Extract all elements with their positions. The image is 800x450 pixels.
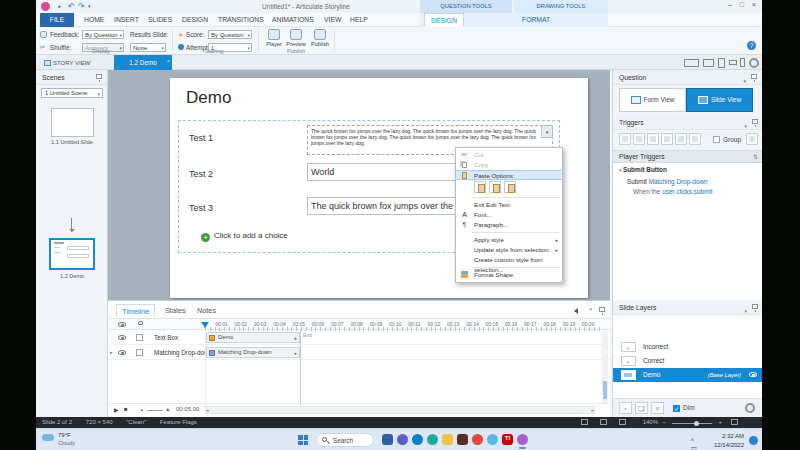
zoom-in-timeline-icon[interactable]: ▲ — [165, 406, 170, 412]
redo-icon[interactable]: ↷ — [78, 2, 85, 11]
trigger-item[interactable]: Submit Matching Drop-down — [627, 178, 708, 185]
menu-item-apply-style[interactable]: Apply style▸ — [456, 235, 562, 245]
timeline-vertical-scrollbar[interactable] — [602, 331, 608, 403]
timeline-row-matching[interactable]: ▸ Matching Drop-down Matching Drop-down▸ — [108, 345, 610, 360]
trigger-condition[interactable]: When the user clicks submit — [633, 188, 713, 195]
start-button[interactable] — [298, 435, 308, 445]
menu-item-paste-options[interactable]: Paste Options: — [456, 170, 562, 180]
pin-icon[interactable] — [752, 119, 758, 124]
tab-states[interactable]: States — [160, 304, 191, 317]
tab-animations[interactable]: ANIMATIONS — [268, 13, 318, 27]
delete-layer-icon[interactable]: ▿ — [651, 402, 664, 414]
tab-insert[interactable]: INSERT — [110, 13, 143, 27]
browser-icon[interactable] — [427, 434, 438, 445]
audio-icon[interactable] — [571, 308, 578, 314]
lock-checkbox[interactable] — [136, 334, 143, 341]
help-icon[interactable]: ? — [747, 41, 756, 50]
zoom-out-icon[interactable]: − — [662, 417, 666, 428]
choice-label[interactable]: Test 1 — [189, 133, 213, 143]
menu-item-paragraph[interactable]: ¶Paragraph... — [456, 220, 562, 230]
close-tab-icon[interactable]: × — [167, 54, 170, 69]
choice-label[interactable]: Test 2 — [189, 169, 213, 179]
clock[interactable]: 2:32 AM12/14/2022 — [704, 432, 744, 450]
trigger-wizard-icon[interactable] — [746, 133, 758, 145]
qat-dropdown-icon[interactable]: ▾ — [88, 2, 91, 11]
layer-demo-selected[interactable]: Demo (Base Layer) — [613, 368, 762, 382]
timeline-horizontal-scrollbar[interactable]: ◂▸ — [205, 406, 595, 414]
tab-story-view[interactable]: STORY VIEW — [42, 57, 112, 70]
app-dark-icon[interactable] — [457, 434, 468, 445]
tab-file[interactable]: FILE — [40, 13, 74, 27]
eye-icon[interactable] — [118, 335, 126, 340]
paste-text-only-icon[interactable] — [504, 181, 516, 193]
timeline-row-textbox[interactable]: Text Box Demo▸ — [108, 330, 610, 345]
new-layer-icon[interactable]: ▫ — [619, 402, 632, 414]
pin-icon[interactable] — [752, 304, 758, 309]
group-checkbox[interactable]: Group — [713, 136, 741, 143]
menu-item-create-custom-style-from-selection[interactable]: Create custom style from selection... — [456, 255, 562, 265]
submit-button-section[interactable]: ▾ Submit Button — [619, 166, 667, 173]
form-view-button[interactable]: Form View — [619, 88, 686, 112]
add-choice-button[interactable]: +Click to add a choice — [201, 231, 288, 242]
lock-column-icon[interactable] — [138, 321, 143, 325]
view-mode-icons[interactable] — [581, 417, 638, 428]
timeline-zoom-slider[interactable] — [147, 410, 163, 411]
undo-icon[interactable]: ↶ — [68, 2, 75, 11]
chevron-down-icon[interactable]: ▾ — [743, 74, 746, 89]
timeline-bar-demo[interactable]: Demo▸ — [206, 332, 300, 343]
maximize-button[interactable]: □ — [740, 1, 744, 8]
tab-timeline[interactable]: Timeline — [116, 304, 155, 317]
slide-thumbnail-1[interactable] — [51, 108, 94, 137]
fit-to-window-icon[interactable] — [731, 419, 738, 425]
menu-item-exit-edit-text[interactable]: Exit Edit Text — [456, 200, 562, 210]
notification-icon[interactable] — [749, 436, 758, 445]
storyline-icon[interactable] — [517, 434, 528, 445]
edit-trigger-icon[interactable] — [633, 133, 645, 145]
tab-transitions[interactable]: TRANSITIONS — [214, 13, 268, 27]
app-blue-icon[interactable] — [487, 434, 498, 445]
chrome-icon[interactable] — [472, 434, 483, 445]
menu-item-format-shape[interactable]: Format Shape — [456, 270, 562, 280]
menu-item-update-style-from-selection[interactable]: Update style from selection▸ — [456, 245, 562, 255]
tab-help[interactable]: HELP — [346, 13, 372, 27]
paste-trigger-icon[interactable] — [661, 133, 673, 145]
lock-checkbox[interactable] — [136, 349, 143, 356]
menu-item-font[interactable]: AFont... — [456, 210, 562, 220]
folder-icon[interactable] — [442, 434, 453, 445]
tab-home[interactable]: HOME — [80, 13, 108, 27]
tab-design[interactable]: DESIGN — [178, 13, 212, 27]
slide-title[interactable]: Demo — [186, 88, 231, 108]
tray-icons[interactable]: ^ ▭ ◁ ✎ — [691, 437, 700, 450]
layer-settings-gear-icon[interactable] — [745, 403, 755, 413]
feature-flags[interactable]: Feature Flags — [160, 419, 197, 425]
layer-correct[interactable]: Correct — [613, 354, 762, 368]
copy-trigger-icon[interactable] — [647, 133, 659, 145]
menu-item-cut[interactable]: ✂Cut — [456, 150, 562, 160]
menu-item-copy[interactable]: Copy — [456, 160, 562, 170]
timeline-bar-matching[interactable]: Matching Drop-down▸ — [206, 347, 300, 358]
chevron-down-icon[interactable]: ▾ — [589, 306, 592, 312]
eye-column-icon[interactable] — [118, 322, 126, 327]
tab-view[interactable]: VIEW — [320, 13, 345, 27]
feedback-select[interactable]: By Question▾ — [82, 30, 124, 39]
paste-merge-icon[interactable] — [489, 181, 501, 193]
score-select[interactable]: By Question▾ — [208, 30, 252, 39]
paste-keep-formatting-icon[interactable] — [474, 181, 486, 193]
device-desktop-icon[interactable] — [684, 59, 699, 67]
device-tablet-landscape-icon[interactable] — [703, 59, 714, 67]
tab-slide-demo[interactable]: 1.2 Demo× — [114, 55, 172, 70]
device-phone-landscape-icon[interactable] — [729, 60, 737, 65]
close-button[interactable]: × — [752, 1, 756, 8]
results-slide-select[interactable]: None▾ — [130, 43, 166, 52]
layer-incorrect[interactable]: Incorrect — [613, 340, 762, 354]
teams-icon[interactable] — [397, 434, 408, 445]
tab-notes[interactable]: Notes — [192, 304, 221, 317]
device-phone-portrait-icon[interactable] — [740, 58, 745, 67]
choice-label[interactable]: Test 3 — [189, 203, 213, 213]
file-explorer-icon[interactable] — [382, 434, 393, 445]
play-icon[interactable]: ▶ — [114, 406, 119, 413]
zoom-slider[interactable] — [672, 423, 712, 424]
save-icon[interactable]: ▪ — [58, 2, 61, 11]
pin-icon[interactable] — [599, 307, 605, 312]
slide-thumbnail-2[interactable] — [49, 238, 95, 270]
